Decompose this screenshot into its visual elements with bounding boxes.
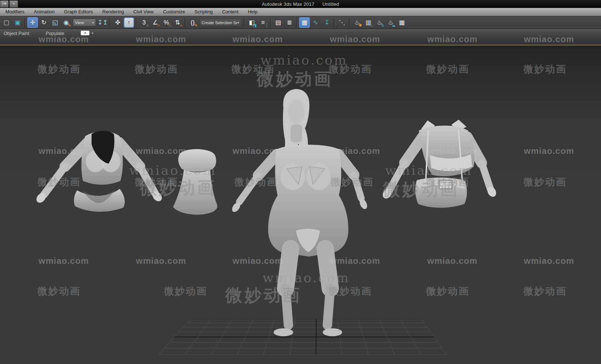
schematic-view-button[interactable]: ↧	[322, 17, 332, 28]
toggle-scene-explorer-button[interactable]: ▤	[273, 17, 283, 28]
select-and-rotate-button[interactable]: ↻	[39, 17, 49, 28]
separator[interactable]	[334, 18, 335, 27]
toolbar-icon-accent: ↯	[381, 23, 384, 27]
menu-item[interactable]: Modifiers	[1, 8, 29, 16]
app-title: Autodesk 3ds Max 2017	[262, 1, 314, 7]
toolbar-icon: ✛	[30, 19, 35, 26]
toolbar-icon: ▦	[301, 19, 307, 26]
toolbar-icon: ↑	[127, 19, 131, 26]
rendered-frame-window-button[interactable]: ▥ ♨	[363, 17, 374, 28]
select-and-move-button[interactable]: ✛	[27, 17, 38, 28]
percent-snap-toggle-button[interactable]: % ∩	[161, 17, 172, 28]
toolbar-icon-accent: ✎	[68, 23, 71, 27]
separator[interactable]	[349, 18, 350, 27]
menu-item[interactable]: Animation	[29, 8, 59, 16]
title-bar: H▾ ≂ Autodesk 3ds Max 2017 Untitled	[0, 0, 601, 8]
toolbar-icon: ∿	[313, 19, 318, 26]
slate-material-editor-button[interactable]: ⋱	[337, 17, 347, 28]
ribbon-tabs: Object PaintPopulate	[4, 30, 81, 36]
edit-named-selection-sets-button[interactable]: {} ✎	[187, 17, 198, 28]
toolbar-icon-accent: ✱	[359, 23, 362, 27]
rectangular-selection-region-button[interactable]: ▢	[1, 17, 12, 28]
model-female-figure[interactable]	[230, 89, 368, 336]
toolbar-icon: ↧	[324, 19, 329, 26]
toolbar-icon: ▣	[14, 19, 20, 26]
menu-item[interactable]: Rendering	[98, 8, 129, 16]
angle-snap-toggle-button[interactable]: ∠ ∩	[150, 17, 160, 28]
main-toolbar: ▢ ▣ ✛ ↻	[0, 17, 601, 29]
toolbar-icon: ▦	[399, 19, 405, 26]
ground-grid	[159, 319, 447, 355]
quick-access-partial-button[interactable]: H▾	[0, 0, 9, 8]
menu-bar: ModifiersAnimationGraph EditorsRendering…	[0, 8, 601, 16]
document-title: Untitled	[322, 1, 339, 7]
toolbar-icon: ↻	[41, 19, 46, 26]
separator[interactable]	[136, 18, 137, 27]
separator[interactable]	[296, 18, 297, 27]
skirt-belt-buckle	[439, 180, 452, 189]
select-and-uniform-scale-button[interactable]: ◱	[50, 17, 60, 28]
3ds-max-window: H▾ ≂ Autodesk 3ds Max 2017 Untitled Modi…	[0, 0, 601, 364]
chevron-down-icon: ▾	[92, 31, 93, 35]
render-production-button[interactable]: ♨ ↯	[374, 17, 385, 28]
ribbon-minimize-button[interactable]: ▾ ▾	[81, 31, 93, 35]
toolbar-icon: ≡	[261, 19, 265, 26]
figure-face	[288, 99, 305, 124]
model-crop-top-left[interactable]	[35, 131, 164, 205]
menu-item[interactable]: Civil View	[129, 8, 158, 16]
toolbar-icon: ▢	[3, 19, 9, 26]
minimize-ribbon-icon: ▾	[81, 31, 89, 35]
select-and-manipulate-button[interactable]: ✜	[112, 17, 123, 28]
open-gallery-button[interactable]: ▦	[397, 17, 407, 28]
spinner-snap-toggle-button[interactable]: ⇅ ∩	[172, 17, 183, 28]
menu-item[interactable]: Help	[243, 8, 262, 16]
dropdown-label: View	[75, 21, 92, 25]
align-button[interactable]: ≡ ┆	[258, 17, 268, 28]
toolbar-icon-accent: ∩	[146, 23, 149, 27]
toolbar-icon: ▤	[275, 19, 281, 26]
snaps-toggle-button[interactable]: 3 ∩	[139, 17, 149, 28]
keyboard-shortcut-override-button[interactable]: ↑	[124, 17, 134, 28]
toolbar-icon-accent: ∩	[157, 23, 160, 27]
toolbar-icon: ◱	[52, 19, 58, 26]
toolbar-icon: ↧↥	[97, 19, 108, 26]
title-bar-left-buttons: H▾ ≂	[0, 0, 18, 8]
toolbar-icon: ✜	[115, 19, 120, 26]
use-pivot-point-center-button[interactable]: ↧↥	[97, 17, 108, 28]
toolbar-icon-accent: ∩	[180, 23, 182, 27]
toolbar-flyout-button[interactable]: ≂	[9, 0, 18, 8]
model-dress[interactable]	[173, 149, 217, 215]
menu-item[interactable]: Content	[217, 8, 243, 16]
separator[interactable]	[110, 18, 111, 27]
toolbar-icon: ≣	[287, 19, 292, 26]
model-skirt-right[interactable]	[415, 178, 467, 208]
toolbar-icon-accent: ☁	[392, 23, 395, 27]
select-and-place-button[interactable]: ◉ ✎	[61, 17, 71, 28]
named-selection-sets-dropdown[interactable]: Create Selection Set ▾	[199, 19, 241, 26]
render-setup-button[interactable]: ♨ ✱	[352, 17, 362, 28]
perspective-viewport[interactable]	[0, 45, 601, 364]
scene-3d	[0, 45, 601, 364]
menu-item[interactable]: Scripting	[190, 8, 217, 16]
reference-coordinate-system-dropdown[interactable]: View ▾	[73, 19, 96, 26]
toolbar-icon: 3	[142, 19, 146, 26]
render-in-cloud-button[interactable]: ♨ ☁	[385, 17, 396, 28]
separator[interactable]	[185, 18, 186, 27]
ribbon-tab-populate[interactable]: Populate	[46, 30, 73, 36]
toolbar-icon-accent: ✎	[194, 23, 198, 27]
toggle-ribbon-button[interactable]: ▦	[299, 17, 310, 28]
separator[interactable]	[244, 18, 245, 27]
menu-item[interactable]: Customize	[158, 8, 190, 16]
toolbar-icon-accent: ∩	[168, 23, 171, 27]
separator[interactable]	[270, 18, 271, 27]
toolbar-icon-accent: ♨	[370, 23, 373, 27]
window-crossing-selection-button[interactable]: ▣	[12, 17, 23, 28]
toggle-layer-explorer-button[interactable]: ≣	[284, 17, 295, 28]
curve-editor-button[interactable]: ∿	[310, 17, 321, 28]
model-skirt-left[interactable]	[74, 189, 125, 212]
toolbar-icon: ⋱	[339, 19, 345, 26]
mirror-button[interactable]: ◧ ◨	[247, 17, 257, 28]
ribbon-tab-object-paint[interactable]: Object Paint	[4, 30, 38, 36]
separator[interactable]	[25, 18, 26, 27]
menu-item[interactable]: Graph Editors	[59, 8, 98, 16]
